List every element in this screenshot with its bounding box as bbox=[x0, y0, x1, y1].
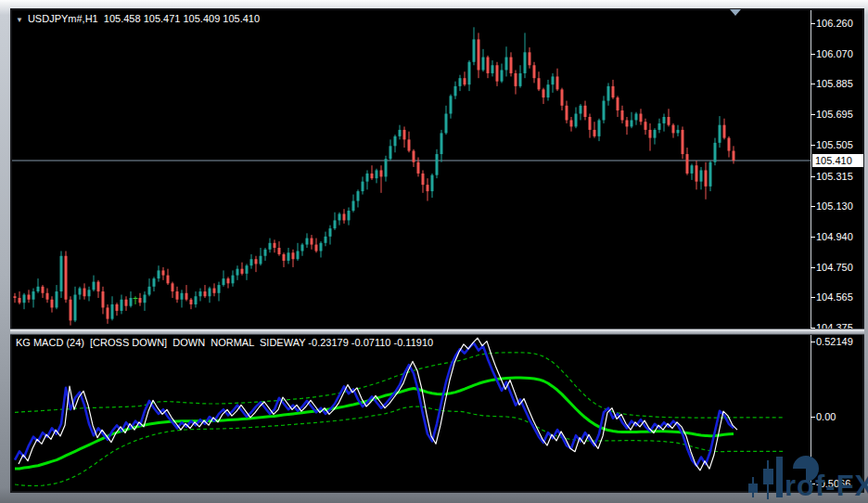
candle-body bbox=[74, 295, 77, 321]
candle-body bbox=[269, 243, 272, 250]
candle-body bbox=[394, 136, 397, 146]
price-tick-label: 106.260 bbox=[816, 18, 853, 29]
candle-body bbox=[580, 106, 582, 114]
candle-body bbox=[116, 304, 119, 311]
macd-tick-label: 0.00 bbox=[816, 411, 836, 422]
candle-body bbox=[728, 138, 731, 151]
candle-body bbox=[287, 252, 290, 261]
candle-body bbox=[28, 295, 31, 300]
indicator-label: KG MACD (24) [CROSS DOWN] DOWN NORMAL SI… bbox=[16, 337, 433, 348]
candle-body bbox=[696, 165, 698, 181]
candle-body bbox=[617, 97, 619, 110]
candle-body bbox=[719, 125, 721, 143]
candle-body bbox=[334, 220, 337, 228]
price-tick-label-dash bbox=[811, 206, 815, 207]
candle-body bbox=[195, 296, 198, 304]
candle-body bbox=[445, 114, 448, 134]
candle-body bbox=[459, 78, 462, 86]
candle-body bbox=[542, 89, 545, 97]
price-tick-label-dash bbox=[811, 297, 815, 298]
candle-body bbox=[366, 174, 369, 182]
candle-body bbox=[190, 300, 193, 304]
macd-tick-label: 0.52149 bbox=[816, 336, 853, 347]
price-tick-label: 104.940 bbox=[816, 231, 853, 242]
candle-body bbox=[176, 291, 179, 300]
candle-body bbox=[14, 296, 17, 298]
candle-body bbox=[209, 289, 211, 297]
candle-body bbox=[255, 259, 258, 264]
candle-body bbox=[213, 289, 216, 293]
candle-body bbox=[733, 151, 735, 161]
candle-body bbox=[566, 106, 568, 121]
candle-body bbox=[348, 211, 351, 220]
candle-body bbox=[121, 300, 123, 311]
mt4-chart-window: { "window": { "symbol_timeframe": "USDJP… bbox=[0, 0, 868, 503]
indicator-panel-separator[interactable] bbox=[10, 329, 864, 335]
macd-tick-label-dash bbox=[811, 342, 815, 342]
candle-body bbox=[408, 139, 411, 150]
candle-body bbox=[139, 298, 142, 303]
price-tick-label: 106.070 bbox=[816, 48, 853, 59]
candle-body bbox=[148, 287, 151, 295]
price-tick-label: 104.565 bbox=[816, 291, 853, 303]
candle-body bbox=[107, 307, 109, 318]
logo-text: rof-FX bbox=[785, 470, 868, 503]
candle-body bbox=[325, 237, 327, 243]
ohlc-quote-label: 105.458 105.471 105.409 105.410 bbox=[104, 13, 260, 24]
candle-body bbox=[338, 213, 341, 220]
candle-body bbox=[111, 304, 114, 319]
candle-body bbox=[264, 250, 267, 256]
candle-body bbox=[60, 256, 63, 291]
candle-body bbox=[556, 76, 559, 89]
candle-body bbox=[491, 65, 494, 73]
candle-body bbox=[292, 252, 295, 259]
candle-body bbox=[598, 120, 601, 135]
candle-body bbox=[385, 159, 388, 176]
candle-body bbox=[436, 154, 439, 175]
candle-body bbox=[440, 133, 443, 154]
current-price-tag: 105.410 bbox=[812, 154, 863, 167]
price-tick-label-dash bbox=[811, 145, 815, 146]
candle-body bbox=[199, 291, 202, 296]
candle-body bbox=[594, 130, 596, 136]
profifx-logo: rof-FX bbox=[731, 444, 868, 503]
candle-body bbox=[97, 282, 100, 291]
price-tick-label-dash bbox=[811, 23, 815, 24]
candle-body bbox=[505, 58, 508, 71]
price-tick-label-dash bbox=[811, 267, 815, 268]
macd-smoothed-line bbox=[15, 343, 734, 466]
candle-body bbox=[649, 130, 652, 138]
candle-body bbox=[167, 276, 170, 284]
price-axis-separator-line bbox=[811, 10, 811, 491]
candle-body bbox=[37, 287, 40, 291]
candle-body bbox=[70, 300, 72, 321]
candle-body bbox=[668, 117, 670, 125]
chart-canvas[interactable] bbox=[0, 0, 868, 503]
symbol-timeframe-label: USDJPYm#,H1 bbox=[28, 13, 98, 24]
candle-body bbox=[19, 298, 21, 303]
candle-body bbox=[431, 175, 434, 191]
candle-body bbox=[640, 114, 643, 123]
price-tick-label-dash bbox=[811, 54, 815, 55]
candle-body bbox=[626, 120, 629, 126]
candle-body bbox=[621, 110, 624, 120]
chevron-down-icon[interactable]: ▼ bbox=[16, 16, 23, 24]
candle-body bbox=[658, 123, 661, 130]
candle-body bbox=[51, 300, 54, 308]
candle-body bbox=[144, 295, 147, 303]
candle-body bbox=[612, 86, 615, 97]
candle-body bbox=[631, 120, 633, 126]
candle-body bbox=[478, 39, 480, 70]
candle-body bbox=[691, 165, 694, 174]
price-tick-label-dash bbox=[811, 114, 815, 115]
candle-body bbox=[515, 73, 517, 86]
candle-body bbox=[130, 298, 133, 306]
candle-body bbox=[561, 89, 564, 105]
candle-body bbox=[232, 276, 235, 284]
candle-body bbox=[380, 170, 383, 176]
candle-body bbox=[682, 130, 684, 154]
chart-shift-marker-icon[interactable] bbox=[730, 9, 741, 16]
candle-body bbox=[389, 146, 392, 159]
candle-body bbox=[496, 65, 499, 81]
candle-body bbox=[686, 154, 689, 174]
